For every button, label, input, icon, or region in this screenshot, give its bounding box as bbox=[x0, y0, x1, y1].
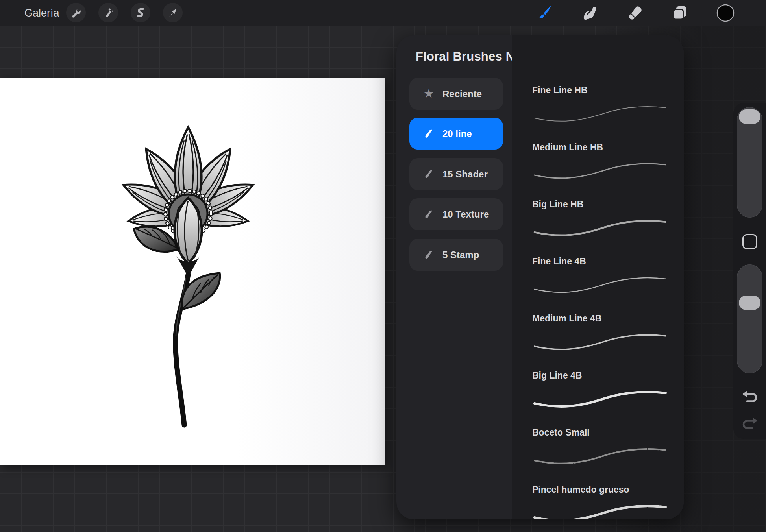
group-reciente[interactable]: ★ Reciente bbox=[409, 78, 503, 110]
stroke-preview bbox=[532, 102, 668, 126]
brush-item[interactable]: Pincel humedo grueso bbox=[512, 476, 684, 519]
transform-button[interactable] bbox=[163, 3, 183, 22]
adjustments-button[interactable] bbox=[98, 3, 118, 22]
group-20-line[interactable]: 20 line bbox=[409, 118, 503, 150]
brush-opacity-slider[interactable] bbox=[737, 264, 762, 373]
brush-item[interactable]: Big Line 4B bbox=[512, 362, 684, 419]
group-label: 20 line bbox=[442, 128, 472, 139]
layers-icon bbox=[672, 5, 688, 21]
selection-s-icon bbox=[135, 7, 146, 18]
wrench-icon bbox=[70, 7, 81, 18]
brush-library-panel: Floral Brushes Ngasi ★ Reciente 20 line … bbox=[396, 35, 684, 519]
stroke-preview bbox=[532, 501, 668, 519]
modify-button[interactable] bbox=[742, 234, 757, 249]
group-10-texture[interactable]: 10 Texture bbox=[409, 198, 503, 230]
star-icon: ★ bbox=[423, 89, 435, 99]
active-color-circle bbox=[716, 4, 735, 22]
brush-list: Fine Line HB Medium Line HB Big Line HB … bbox=[512, 35, 684, 519]
actions-button[interactable] bbox=[66, 3, 86, 22]
color-swatch-button[interactable] bbox=[715, 3, 736, 23]
stroke-preview bbox=[532, 159, 668, 183]
brush-tool-button[interactable] bbox=[534, 3, 554, 23]
selection-button[interactable] bbox=[131, 3, 150, 22]
brush-item[interactable]: Medium Line 4B bbox=[512, 305, 684, 362]
layers-button[interactable] bbox=[670, 3, 690, 23]
undo-icon bbox=[742, 390, 758, 403]
transform-arrow-icon bbox=[168, 7, 178, 18]
stroke-preview bbox=[532, 444, 668, 469]
flower-artwork bbox=[0, 78, 385, 466]
group-15-shader[interactable]: 15 Shader bbox=[409, 158, 503, 190]
brush-item[interactable]: Big Line HB bbox=[512, 190, 684, 248]
sidebar-controls bbox=[733, 103, 766, 439]
smudge-finger-icon bbox=[581, 5, 598, 21]
redo-button[interactable] bbox=[740, 416, 759, 430]
brush-swoosh-icon bbox=[423, 128, 435, 139]
stroke-preview bbox=[532, 330, 668, 355]
brush-item[interactable]: Boceto Small bbox=[512, 419, 684, 476]
group-label: 15 Shader bbox=[442, 169, 488, 180]
brush-item[interactable]: Fine Line HB bbox=[512, 76, 684, 133]
brush-size-handle[interactable] bbox=[739, 109, 760, 124]
brush-swoosh-icon bbox=[423, 209, 435, 220]
redo-icon bbox=[742, 417, 758, 430]
stroke-preview bbox=[532, 273, 668, 297]
eraser-icon bbox=[627, 5, 643, 21]
group-label: 5 Stamp bbox=[442, 249, 479, 260]
brush-swoosh-icon bbox=[423, 169, 435, 180]
brush-swoosh-icon bbox=[423, 249, 435, 260]
group-5-stamp[interactable]: 5 Stamp bbox=[409, 239, 503, 271]
brush-opacity-handle[interactable] bbox=[739, 296, 760, 310]
group-label: Reciente bbox=[442, 89, 482, 100]
smudge-tool-button[interactable] bbox=[579, 3, 600, 23]
stroke-preview bbox=[532, 216, 668, 240]
magic-wand-icon bbox=[103, 7, 114, 18]
brush-group-column: ★ Reciente 20 line 15 Shader 10 Texture … bbox=[396, 35, 512, 519]
brush-item[interactable]: Fine Line 4B bbox=[512, 248, 684, 305]
drawing-canvas[interactable] bbox=[0, 78, 385, 466]
brush-size-slider[interactable] bbox=[737, 107, 762, 218]
eraser-tool-button[interactable] bbox=[625, 3, 645, 23]
undo-button[interactable] bbox=[740, 390, 759, 404]
group-label: 10 Texture bbox=[442, 209, 489, 220]
gallery-button[interactable]: Galería bbox=[24, 0, 59, 26]
brush-item[interactable]: Medium Line HB bbox=[512, 133, 684, 190]
paintbrush-icon bbox=[536, 5, 552, 21]
top-toolbar: Galería bbox=[0, 0, 766, 26]
stroke-preview bbox=[532, 387, 668, 412]
